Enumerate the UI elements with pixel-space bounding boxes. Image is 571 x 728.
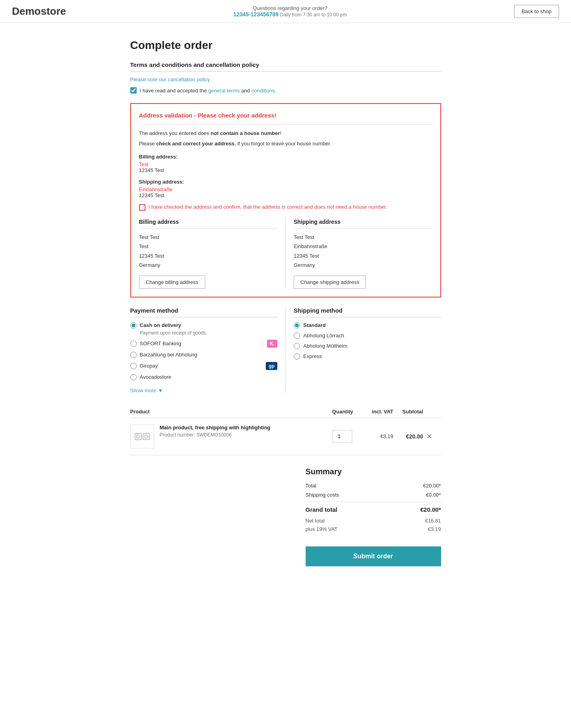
product-name: Main product, free shipping with highlig… — [160, 425, 271, 431]
shipping-label: Shipping address: — [139, 179, 432, 185]
shipping-lorrach-label: Abholung Lörrach — [303, 333, 344, 339]
general-terms-link[interactable]: general terms — [208, 88, 240, 94]
shipping-radio-mullheim[interactable] — [294, 343, 300, 349]
submit-section: Submit order — [130, 546, 441, 566]
summary-section: Summary Total €20.00* Shipping costs €0.… — [130, 467, 441, 534]
shipping-method-label: Shipping method — [294, 307, 441, 317]
payment-radio-cash[interactable] — [130, 322, 137, 329]
shipping-option-standard: Standard — [294, 322, 441, 329]
terms-text: I have read and accepted the general ter… — [140, 88, 277, 94]
shipping-radio-express[interactable] — [294, 353, 300, 360]
shipping-value: €0.00* — [426, 492, 441, 498]
confirm-checkbox[interactable] — [139, 204, 145, 211]
confirm-label: I have checked the address and confirm, … — [149, 204, 387, 210]
shipping-col-title: Shipping address — [294, 219, 432, 229]
summary-vat-row: plus 19% VAT €3.19 — [306, 526, 441, 532]
change-shipping-address-button[interactable]: Change shipping address — [294, 276, 366, 289]
support-question: Questions regarding your order? — [233, 5, 347, 11]
shipping-mullheim-label: Abholung Müllheim — [303, 343, 347, 349]
shipping-express-label: Express — [303, 353, 322, 359]
cancellation-policy-link[interactable]: Please note our cancellation policy. — [130, 76, 441, 82]
total-label: Total — [306, 483, 316, 489]
payment-radio-avocado[interactable] — [130, 374, 137, 380]
terms-section: Terms and conditions and cancellation po… — [130, 61, 441, 94]
shipping-col: Shipping address Test Test Einbahnstraße… — [286, 219, 432, 289]
svg-point-1 — [137, 435, 140, 438]
address-validation-box: Address validation - Please check your a… — [130, 103, 441, 297]
address-columns: Billing address Test Test Test 12345 Tes… — [139, 219, 432, 289]
shipping-label: Shipping costs — [306, 492, 339, 498]
quantity-input[interactable] — [332, 430, 352, 443]
shipping-option-lorrach: Abholung Lörrach — [294, 333, 441, 339]
billing-label: Billing address: — [139, 154, 432, 160]
billing-address-block: Billing address: Test 12345 Test — [139, 154, 432, 173]
grand-total-value: €20.00* — [420, 506, 441, 513]
payment-cash-sub: Payment upon receipt of goods. — [140, 330, 278, 336]
payment-giropay-label: Giropay — [140, 363, 158, 369]
total-value: €20.00* — [423, 483, 441, 489]
shipping-radio-standard[interactable] — [294, 322, 300, 329]
summary-shipping-row: Shipping costs €0.00* — [306, 492, 441, 498]
shipping-street-red: Einbahnstraße — [139, 186, 432, 192]
chevron-down-icon: ▼ — [158, 387, 163, 393]
payment-method-label: Payment method — [130, 307, 278, 317]
net-total-value: €16.81 — [425, 518, 441, 524]
payment-radio-giropay[interactable] — [130, 363, 137, 369]
payment-radio-sofort[interactable] — [130, 341, 137, 347]
payment-cash-label: Cash on delivery — [140, 322, 181, 328]
terms-checkbox[interactable] — [130, 87, 137, 94]
validation-text-1: The address you entered does not contain… — [139, 129, 432, 137]
address-validation-title: Address validation - Please check your a… — [139, 112, 432, 119]
table-row: Main product, free shipping with highlig… — [130, 418, 441, 455]
shipping-address-block: Shipping address: Einbahnstraße 12345 Te… — [139, 179, 432, 198]
support-hours: Daily from 7:30 am to 10:00 pm — [280, 12, 347, 18]
shipping-option-express: Express — [294, 353, 441, 360]
shipping-address-detail: Test Test Einbahnstraße 12345 Test Germa… — [294, 233, 432, 270]
payment-option-avocado: Avocadostore — [130, 374, 278, 380]
grand-total-label: Grand total — [306, 506, 337, 513]
shipping-method-col: Shipping method Standard Abholung Lörrac… — [285, 307, 441, 393]
payment-option-giropay: Giropay gp — [130, 362, 278, 370]
price-vat: €3.19 — [380, 433, 393, 439]
payment-radio-barzahlung[interactable] — [130, 352, 137, 358]
billing-address-detail: Test Test Test 12345 Test Germany — [139, 233, 278, 270]
summary-title: Summary — [306, 467, 441, 476]
payment-avocado-label: Avocadostore — [140, 374, 171, 380]
col-product: Product — [130, 405, 332, 418]
summary-grand-total-row: Grand total €20.00* — [306, 506, 441, 513]
support-phone: 12345-123456789 — [233, 11, 279, 18]
product-table: Product Quantity incl. VAT Subtotal — [130, 405, 441, 455]
submit-order-button[interactable]: Submit order — [306, 546, 441, 566]
shipping-option-mullheim: Abholung Müllheim — [294, 343, 441, 349]
billing-street-red: Test — [139, 161, 432, 167]
billing-col-title: Billing address — [139, 219, 278, 229]
svg-point-3 — [145, 435, 148, 438]
price-subtotal: €20.00 — [406, 433, 423, 440]
vat-value: €3.19 — [428, 526, 441, 532]
net-total-label: Net total — [306, 518, 325, 524]
payment-sofort-label: SOFORT Banking — [140, 341, 181, 346]
support-info: Questions regarding your order? 12345-12… — [233, 5, 347, 18]
conditions-link[interactable]: conditions — [251, 88, 275, 94]
product-image — [130, 425, 154, 448]
change-billing-address-button[interactable]: Change billing address — [139, 276, 205, 289]
summary-net-total-row: Net total €16.81 — [306, 518, 441, 524]
product-number: Product number: SWDEMO10006 — [160, 432, 271, 438]
shipping-radio-lorrach[interactable] — [294, 333, 300, 339]
payment-method-col: Payment method Cash on delivery Payment … — [130, 307, 286, 393]
klarna-badge: K. — [267, 340, 277, 348]
show-more-link[interactable]: Show more ▼ — [130, 387, 163, 393]
main-content: Complete order Terms and conditions and … — [122, 23, 449, 590]
validation-text-2: Please check and correct your address, i… — [139, 140, 432, 148]
vat-label: plus 19% VAT — [306, 526, 337, 532]
giropay-badge: gp — [266, 362, 277, 370]
svg-rect-0 — [135, 433, 141, 440]
billing-col: Billing address Test Test Test 12345 Tes… — [139, 219, 286, 289]
back-to-shop-button[interactable]: Back to shop — [514, 5, 559, 18]
remove-product-button[interactable]: ✕ — [423, 432, 436, 441]
payment-barzahlung-label: Barzahlung bei Abholung — [140, 352, 198, 358]
product-info: Main product, free shipping with highlig… — [130, 425, 332, 448]
terms-section-label: Terms and conditions and cancellation po… — [130, 61, 441, 72]
confirm-checkbox-row: I have checked the address and confirm, … — [139, 204, 432, 211]
site-header: Demostore Questions regarding your order… — [0, 0, 571, 23]
